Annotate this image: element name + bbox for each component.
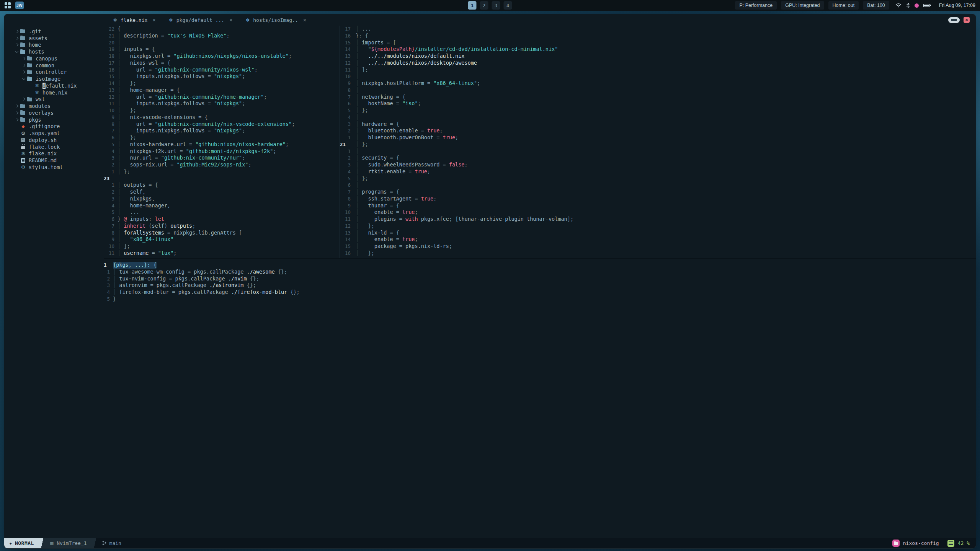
tree-item-modules[interactable]: modules [13,103,104,109]
topbar-status-item[interactable]: GPU: Integrated [781,1,824,10]
code-line[interactable]: 2│ sops-nix.url = "github:Mic92/sops-nix… [104,161,340,168]
code-line[interactable]: 7│ inherit (self) outputs; [104,223,340,230]
tree-item-home.nix[interactable]: ❄home.nix [13,89,104,96]
code-line[interactable]: 1│ tux-awesome-wm-config = pkgs.callPack… [104,269,976,276]
code-line[interactable]: 4│ firefox-mod-blur = pkgs.callPackage .… [104,289,976,296]
code-line[interactable]: 12│ url = "github:nix-community/home-man… [104,94,340,101]
code-line[interactable]: 2│ security = { [340,155,976,161]
code-line[interactable]: 11│ plugins = with pkgs.xfce; [thunar-ar… [340,216,976,223]
code-line[interactable]: 16│ }; [340,250,976,257]
code-line[interactable]: 11│ username = "tux"; [104,250,340,257]
code-line[interactable]: 10│ enable = true; [340,209,976,216]
code-line[interactable]: 13│ home-manager = { [104,87,340,94]
code-line[interactable]: 14│ enable = true; [340,236,976,243]
tree-item-home[interactable]: home [13,42,104,49]
workspace-button-4[interactable]: 4 [504,1,512,10]
code-line[interactable]: 2│ tux-nvim-config = pkgs.callPackage ./… [104,276,976,282]
code-line[interactable]: 6} @ inputs: let [104,216,340,223]
code-line[interactable]: 13│ nix-ld = { [340,230,976,236]
tree-item-overlays[interactable]: overlays [13,109,104,116]
code-line[interactable]: 1│ [340,148,976,155]
code-line[interactable]: 3│ nur.url = "github:nix-community/nur"; [104,155,340,161]
tree-item-.sops.yaml[interactable]: ⚙.sops.yaml [13,130,104,137]
chevron-closed-icon[interactable] [21,97,27,101]
chevron-closed-icon[interactable] [14,104,20,108]
tree-item-common[interactable]: common [13,62,104,69]
code-line[interactable]: 21│ description = "tux's NixOS Flake"; [104,33,340,39]
topbar-status-item[interactable]: Home: out [828,1,859,10]
code-line[interactable]: 4│ home-manager, [104,202,340,209]
code-line[interactable]: 3│ hardware = { [340,121,976,128]
launcher-icon[interactable] [5,2,11,8]
code-line[interactable]: 1│ }; [104,168,340,175]
tree-item-flake.nix[interactable]: ❄flake.nix [13,150,104,157]
tree-item-flake.lock[interactable]: flake.lock [13,143,104,150]
tree-item-canopus[interactable]: canopus [13,55,104,62]
status-dot-icon[interactable] [915,3,919,8]
code-line[interactable]: 3│ sudo.wheelNeedsPassword = false; [340,161,976,168]
chevron-closed-icon[interactable] [14,36,20,41]
code-line[interactable]: 8│ url = "github:nix-community/nix-vscod… [104,121,340,128]
code-line[interactable]: 22{ [104,26,340,33]
chevron-closed-icon[interactable] [21,63,27,68]
code-line[interactable]: 10│ }; [104,107,340,114]
code-line[interactable]: 15│ inputs.nixpkgs.follows = "nixpkgs"; [104,73,340,80]
code-line[interactable]: 13│ ../../modules/nixos/default.nix [340,53,976,60]
workspace-button-3[interactable]: 3 [492,1,500,10]
tree-item-stylua.toml[interactable]: ⚙stylua.toml [13,164,104,171]
code-line[interactable]: 10│ ]; [104,243,340,250]
chevron-closed-icon[interactable] [14,42,20,47]
code-line[interactable]: 6│ }; [104,134,340,141]
code-line[interactable]: 8│ ssh.startAgent = true; [340,196,976,202]
workspace-button-2[interactable]: 2 [480,1,488,10]
code-line[interactable]: 9│ nixpkgs.hostPlatform = "x86_64-linux"… [340,80,976,87]
code-line[interactable]: 5} [104,296,976,303]
code-line[interactable]: 19│ inputs = { [104,46,340,53]
code-line[interactable]: 5│ nixos-hardware.url = "github:nixos/ni… [104,141,340,148]
code-line[interactable]: 4│ [340,114,976,121]
tree-item-deploy.sh[interactable]: deploy.sh [13,137,104,143]
tree-item-assets[interactable]: assets [13,35,104,42]
code-line[interactable]: 4│ rtkit.enable = true; [340,168,976,175]
code-line[interactable]: 3│ astronvim = pkgs.callPackage ./astron… [104,282,976,289]
code-line[interactable]: 14│ "${modulesPath}/installer/cd-dvd/ins… [340,46,976,53]
code-line[interactable]: 7│ networking = { [340,94,976,101]
code-line[interactable]: 9│ "x86_64-linux" [104,236,340,243]
code-line[interactable]: 7│ inputs.nixpkgs.follows = "nixpkgs"; [104,127,340,134]
battery-icon[interactable] [923,4,930,7]
tab-flake.nix[interactable]: ❄flake.nix× [108,14,160,26]
tree-item-.gitignore[interactable]: ◆.gitignore [13,123,104,130]
topbar-status-item[interactable]: P: Performance [735,1,777,10]
code-line[interactable]: 8│ forAllSystems = nixpkgs.lib.genAttrs … [104,230,340,236]
code-line[interactable]: 11│ ]; [340,67,976,73]
chevron-closed-icon[interactable] [21,70,27,74]
code-line[interactable]: 5│ }; [340,175,976,182]
tree-item-default.nix[interactable]: ❄default.nix [13,82,104,89]
code-line[interactable]: 6│ [340,182,976,189]
chevron-closed-icon[interactable] [21,56,27,61]
code-line[interactable]: 4│ nixpkgs-f2k.url = "github:moni-dz/nix… [104,148,340,155]
code-line[interactable]: 23 [104,175,340,182]
tab-close-icon[interactable]: × [229,17,232,23]
code-line[interactable]: 21│ }; [340,141,976,148]
code-line[interactable]: 7│ programs = { [340,189,976,196]
code-line[interactable]: 5│ }; [340,107,976,114]
code-line[interactable]: 6│ hostName = "iso"; [340,100,976,107]
tab-close-icon[interactable]: × [152,17,155,23]
workspace-button-1[interactable]: 1 [468,1,477,10]
code-line[interactable]: 15│ package = pkgs.nix-ld-rs; [340,243,976,250]
code-line[interactable]: 18│ nixpkgs.url = "github:nixos/nixpkgs/… [104,53,340,60]
code-line[interactable]: 17│ ... [340,26,976,33]
code-line[interactable]: 5│ ... [104,209,340,216]
code-line[interactable]: 10│ [340,73,976,80]
tab-hosts/isoImag..[interactable]: ❄hosts/isoImag..× [241,14,311,26]
code-line[interactable]: 14│ }; [104,80,340,87]
clock[interactable]: Fri Aug 09, 17:09 [939,3,975,8]
bluetooth-icon[interactable] [906,3,910,8]
code-line[interactable]: 2│ bluetooth.enable = true; [340,127,976,134]
tab-close-icon[interactable]: × [303,17,306,23]
chevron-closed-icon[interactable] [14,29,20,34]
wifi-icon[interactable] [895,3,902,8]
minimize-button[interactable] [948,17,960,23]
code-line[interactable]: 17│ nixos-wsl = { [104,60,340,67]
